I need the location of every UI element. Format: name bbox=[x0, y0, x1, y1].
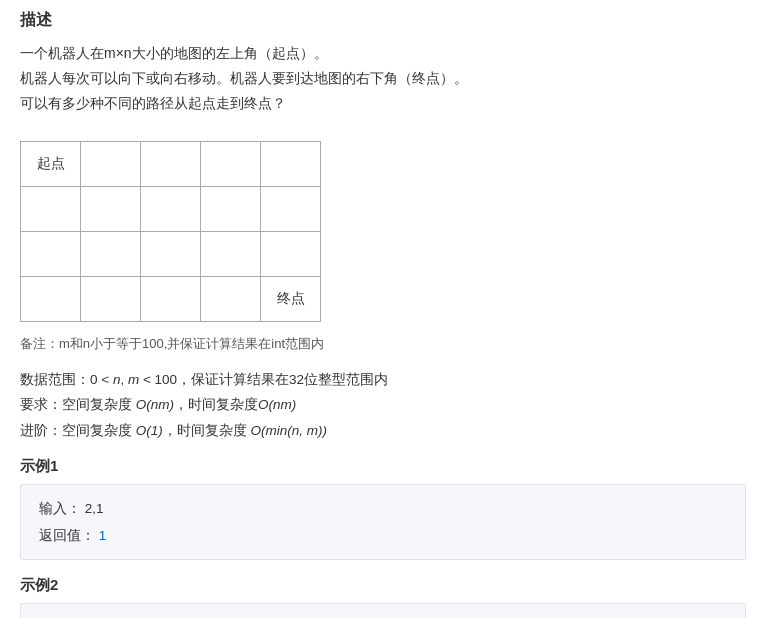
grid-cell bbox=[201, 276, 261, 321]
grid-cell bbox=[261, 141, 321, 186]
grid-end-cell: 终点 bbox=[261, 276, 321, 321]
example1-input-value: 2,1 bbox=[85, 501, 104, 516]
desc-line-3: 可以有多少种不同的路径从起点走到终点？ bbox=[20, 91, 746, 116]
grid-cell bbox=[141, 231, 201, 276]
data-range-section: 数据范围：0 < n, m < 100，保证计算结果在32位整型范围内 要求：空… bbox=[20, 367, 746, 444]
grid-cell bbox=[81, 141, 141, 186]
grid-cell bbox=[141, 186, 201, 231]
desc-line-2: 机器人每次可以向下或向右移动。机器人要到达地图的右下角（终点）。 bbox=[20, 66, 746, 91]
data-range-line2: 要求：空间复杂度 O(nm)，时间复杂度O(nm) bbox=[20, 392, 746, 418]
grid-start-cell: 起点 bbox=[21, 141, 81, 186]
grid-cell bbox=[261, 186, 321, 231]
example1-return-label: 返回值： bbox=[39, 528, 95, 543]
data-range-line3: 进阶：空间复杂度 O(1)，时间复杂度 O(min(n, m)) bbox=[20, 418, 746, 444]
grid-cell bbox=[81, 186, 141, 231]
grid-wrapper: 起点 终点 bbox=[20, 141, 321, 322]
grid-cell bbox=[141, 276, 201, 321]
example1-title: 示例1 bbox=[20, 457, 746, 476]
example1-return: 返回值： 1 bbox=[39, 522, 727, 549]
grid-cell bbox=[81, 276, 141, 321]
example1-return-value: 1 bbox=[99, 528, 107, 543]
grid-cell bbox=[21, 231, 81, 276]
data-range-line1: 数据范围：0 < n, m < 100，保证计算结果在32位整型范围内 bbox=[20, 367, 746, 393]
example2-box: 输入： 2,2 返回值： 2 bbox=[20, 603, 746, 618]
grid-cell bbox=[201, 141, 261, 186]
section-title: 描述 bbox=[20, 10, 746, 31]
description-block: 一个机器人在m×n大小的地图的左上角（起点）。 机器人每次可以向下或向右移动。机… bbox=[20, 41, 746, 117]
grid-cell bbox=[201, 186, 261, 231]
grid-table: 起点 终点 bbox=[20, 141, 321, 322]
grid-cell bbox=[261, 231, 321, 276]
grid-cell bbox=[81, 231, 141, 276]
grid-cell bbox=[21, 186, 81, 231]
example1-box: 输入： 2,1 返回值： 1 bbox=[20, 484, 746, 560]
grid-cell bbox=[141, 141, 201, 186]
note-text: 备注：m和n小于等于100,并保证计算结果在int范围内 bbox=[20, 335, 746, 353]
grid-cell bbox=[201, 231, 261, 276]
example1-input: 输入： 2,1 bbox=[39, 495, 727, 522]
example1-input-label: 输入： bbox=[39, 501, 81, 516]
grid-cell bbox=[21, 276, 81, 321]
example2-input: 输入： 2,2 bbox=[39, 614, 727, 618]
example2-title: 示例2 bbox=[20, 576, 746, 595]
desc-line-1: 一个机器人在m×n大小的地图的左上角（起点）。 bbox=[20, 41, 746, 66]
